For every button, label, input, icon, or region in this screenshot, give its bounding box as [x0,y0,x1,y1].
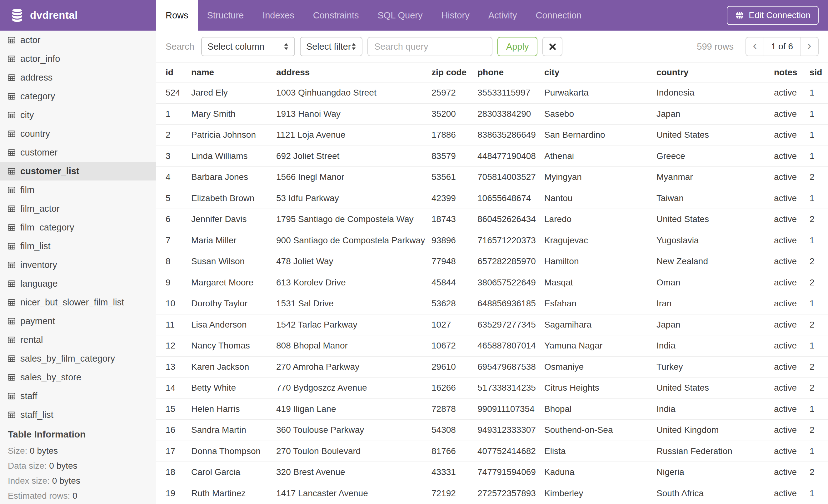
clear-search-button[interactable] [542,37,563,56]
info-label: Size: [8,446,27,456]
column-header-zip-code[interactable]: zip code [431,67,478,78]
filter-select[interactable]: Select filter [300,37,363,56]
table-cell: 900 Santiago de Compostela Parkway [276,235,431,245]
table-cell: 1 [810,151,828,161]
table-cell: 524 [166,88,191,98]
table-cell: 10655648674 [478,193,544,203]
sidebar-item-sales_by_store[interactable]: sales_by_store [0,368,156,386]
table-row[interactable]: 18Carol Garcia320 Brest Avenue4333174779… [156,462,828,483]
sidebar-item-film[interactable]: film [0,181,156,199]
table-cell: 35200 [431,109,478,119]
sidebar-item-film_category[interactable]: film_category [0,218,156,237]
table-row[interactable]: 524Jared Ely1003 Qinhuangdao Street25972… [156,83,828,104]
table-cell: Margaret Moore [191,278,276,288]
table-row[interactable]: 19Ruth Martinez1417 Lancaster Avenue7219… [156,483,828,504]
table-cell: active [774,235,810,245]
table-row[interactable]: 9Margaret Moore613 Korolev Drive45844380… [156,272,828,293]
prev-page-button[interactable]: ‹ [746,38,763,56]
table-grid-icon [8,262,15,268]
table-cell: 10672 [431,341,478,351]
tab-indexes[interactable]: Indexes [253,0,304,31]
sidebar-item-language[interactable]: language [0,274,156,293]
table-row[interactable]: 8Susan Wilson478 Joliet Way7794865728228… [156,251,828,272]
table-cell: 7 [166,235,191,245]
table-cell: 635297277345 [478,320,544,330]
column-header-city[interactable]: city [544,67,657,78]
table-row[interactable]: 7Maria Miller900 Santiago de Compostela … [156,230,828,251]
column-select[interactable]: Select column [201,37,295,56]
table-cell: Taiwan [657,193,774,203]
sidebar-item-customer[interactable]: customer [0,143,156,162]
table-row[interactable]: 14Betty White770 Bydgoszcz Avenue1626651… [156,377,828,399]
table-cell: Purwakarta [544,88,657,98]
table-row[interactable]: 10Dorothy Taylor1531 Sal Drive5362864885… [156,293,828,314]
tab-activity[interactable]: Activity [479,0,527,31]
sidebar-item-city[interactable]: city [0,105,156,124]
sidebar-item-country[interactable]: country [0,124,156,143]
tab-rows[interactable]: Rows [156,0,198,31]
table-cell: 860452626434 [478,214,544,224]
sidebar-item-category[interactable]: category [0,87,156,105]
table-row[interactable]: 3Linda Williams692 Joliet Street83579448… [156,146,828,167]
table-cell: Sagamihara [544,320,657,330]
column-header-sid[interactable]: sid [810,67,828,78]
table-cell: 25972 [431,88,478,98]
column-header-address[interactable]: address [276,67,431,78]
table-cell: 9 [166,278,191,288]
table-row[interactable]: 15Helen Harris419 Iligan Lane72878990911… [156,399,828,420]
x-icon [549,43,556,51]
sidebar-item-label: city [20,110,34,120]
table-row[interactable]: 4Barbara Jones1566 Inegl Manor5356170581… [156,167,828,188]
table-row[interactable]: 16Sandra Martin360 Toulouse Parkway54308… [156,420,828,441]
table-cell: Southend-on-Sea [544,425,657,435]
column-header-name[interactable]: name [191,67,276,78]
column-header-phone[interactable]: phone [478,67,544,78]
sidebar-item-inventory[interactable]: inventory [0,256,156,274]
sidebar-item-staff[interactable]: staff [0,386,156,405]
table-cell: 1 [810,130,828,140]
sidebar-item-actor[interactable]: actor [0,31,156,49]
table-row[interactable]: 1Mary Smith1913 Hanoi Way352002830338429… [156,104,828,125]
tab-structure[interactable]: Structure [198,0,253,31]
sidebar-item-rental[interactable]: rental [0,330,156,349]
table-row[interactable]: 5Elizabeth Brown53 Idfu Parkway423991065… [156,188,828,209]
sidebar-item-sales_by_film_category[interactable]: sales_by_film_category [0,349,156,368]
sidebar-item-actor_info[interactable]: actor_info [0,49,156,68]
tab-sql-query[interactable]: SQL Query [368,0,432,31]
table-cell: 320 Brest Avenue [276,467,431,477]
tab-connection[interactable]: Connection [527,0,591,31]
tab-constraints[interactable]: Constraints [304,0,368,31]
search-query-input[interactable] [367,37,492,56]
column-header-id[interactable]: id [166,67,191,78]
column-header-country[interactable]: country [657,67,774,78]
sidebar-item-film_actor[interactable]: film_actor [0,199,156,218]
table-info-list: Size: 0 bytesData size: 0 bytesIndex siz… [8,444,149,503]
column-header-notes[interactable]: notes [774,67,810,78]
globe-icon [735,11,744,20]
table-cell: Ruth Martinez [191,489,276,498]
tab-history[interactable]: History [432,0,479,31]
table-row[interactable]: 11Lisa Anderson1542 Tarlac Parkway102763… [156,314,828,336]
sidebar-item-address[interactable]: address [0,68,156,87]
table-row[interactable]: 2Patricia Johnson1121 Loja Avenue1788683… [156,125,828,146]
table-row[interactable]: 17Donna Thompson270 Toulon Boulevard8176… [156,441,828,462]
table-row[interactable]: 6Jennifer Davis1795 Santiago de Composte… [156,209,828,230]
table-row[interactable]: 13Karen Jackson270 Amroha Parkway2961069… [156,357,828,378]
apply-button[interactable]: Apply [497,37,538,56]
edit-connection-button[interactable]: Edit Connection [727,6,819,25]
table-cell: active [774,151,810,161]
table-cell: Oman [657,278,774,288]
sidebar-item-payment[interactable]: payment [0,312,156,330]
sidebar-item-nicer_but_slower_film_list[interactable]: nicer_but_slower_film_list [0,293,156,312]
tab-bar: RowsStructureIndexesConstraintsSQL Query… [156,0,591,31]
table-cell: active [774,278,810,288]
column-select-value: Select column [207,42,284,52]
sidebar-item-customer_list[interactable]: customer_list [0,162,156,181]
sidebar-item-film_list[interactable]: film_list [0,237,156,256]
table-cell: 1 [810,341,828,351]
table-cell: 18 [166,467,191,477]
sidebar-item-staff_list[interactable]: staff_list [0,405,156,424]
next-page-button[interactable]: › [800,38,818,56]
up-down-arrows-icon [351,42,356,51]
table-row[interactable]: 12Nancy Thomas808 Bhopal Manor1067246588… [156,335,828,357]
